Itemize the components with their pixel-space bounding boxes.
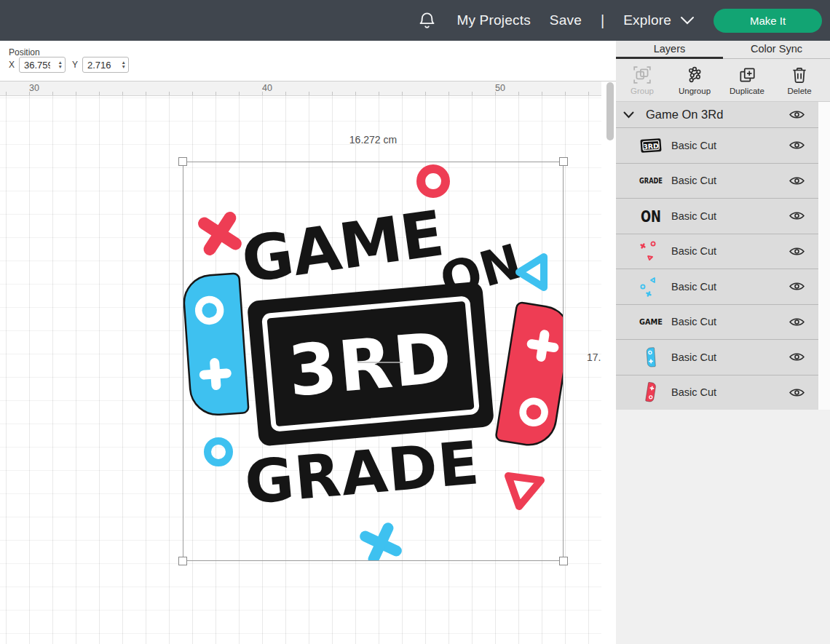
eye-icon[interactable] — [789, 316, 805, 328]
make-it-button[interactable]: Make It — [714, 9, 822, 33]
layer-row-blue-shapes[interactable]: Basic Cut — [616, 269, 818, 304]
selection-handle-top-left[interactable] — [178, 157, 187, 166]
layer-list-scrollbar-track[interactable] — [818, 102, 830, 410]
nav-my-projects[interactable]: My Projects — [456, 12, 530, 28]
selection-handle-bottom-left[interactable] — [178, 557, 187, 565]
position-panel: Position X ▲▼ Y ▲▼ — [0, 41, 616, 82]
delete-icon — [790, 65, 809, 84]
duplicate-icon — [738, 65, 756, 84]
group-button[interactable]: Group — [623, 65, 661, 95]
ruler-tick-30: 30 — [29, 83, 39, 93]
ruler-tick-40: 40 — [262, 83, 272, 93]
eye-icon[interactable] — [789, 108, 805, 121]
layer-row-blue-joycon[interactable]: Basic Cut — [616, 339, 818, 375]
layer-thumbnail-grade-text: GRADE — [638, 170, 664, 191]
selection-bounding-box[interactable] — [183, 162, 564, 561]
ruler-tick-50: 50 — [495, 83, 505, 93]
layer-row-red-shapes[interactable]: Basic Cut — [616, 234, 818, 269]
x-position-input[interactable]: ▲▼ — [19, 57, 66, 73]
nav-save[interactable]: Save — [550, 12, 582, 28]
eye-icon[interactable] — [789, 175, 805, 187]
ungroup-button[interactable]: Ungroup — [676, 65, 714, 95]
eye-icon[interactable] — [789, 386, 805, 399]
top-navbar: My Projects Save | Explore Make It — [0, 0, 830, 41]
layer-thumbnail-on-text: ON — [638, 205, 664, 227]
layer-thumbnail-red-shapes — [638, 240, 664, 262]
chevron-down-icon — [623, 111, 634, 119]
svg-text:3RD: 3RD — [643, 141, 660, 151]
layer-thumbnail-blue-joycon — [638, 346, 664, 368]
ungroup-icon — [685, 65, 704, 84]
canvas-scrollbar-thumb[interactable] — [606, 82, 614, 140]
layer-group-header[interactable]: Game On 3Rd — [616, 102, 818, 127]
panel-tabbar: Layers Color Sync — [616, 41, 830, 59]
tab-layers[interactable]: Layers — [616, 41, 723, 58]
position-title: Position — [9, 47, 40, 57]
layer-thumbnail-game-text: GAME — [638, 311, 664, 333]
group-icon — [633, 65, 652, 84]
x-axis-label: X — [9, 60, 15, 70]
eye-icon[interactable] — [789, 245, 805, 258]
layer-row-3rd[interactable]: 3RD Basic Cut — [616, 127, 818, 163]
layer-thumbnail-blue-shapes — [638, 276, 664, 298]
eye-icon[interactable] — [789, 280, 805, 293]
selection-handle-top-right[interactable] — [559, 157, 568, 166]
nav-explore[interactable]: Explore — [623, 12, 695, 28]
eye-icon[interactable] — [789, 210, 805, 222]
group-title: Game On 3Rd — [646, 108, 723, 122]
notifications-bell-icon[interactable] — [416, 9, 438, 31]
y-stepper[interactable]: ▲▼ — [122, 60, 126, 69]
chevron-down-icon — [680, 16, 695, 25]
svg-text:GAME: GAME — [639, 317, 663, 327]
layer-row-red-joycon[interactable]: Basic Cut — [616, 375, 818, 410]
canvas-scrollbar-track — [601, 82, 616, 644]
x-stepper[interactable]: ▲▼ — [58, 60, 63, 69]
layer-row-game[interactable]: GAME Basic Cut — [616, 304, 818, 340]
design-canvas: Position X ▲▼ Y ▲▼ 30 40 50 16.272 cm 17… — [0, 41, 616, 644]
layers-panel: Layers Color Sync Group Ungroup Duplicat… — [616, 41, 830, 644]
layer-row-on[interactable]: ON Basic Cut — [616, 198, 818, 234]
horizontal-ruler: 30 40 50 — [0, 82, 601, 96]
layer-thumbnail-red-joycon — [638, 381, 664, 403]
nav-divider: | — [601, 12, 604, 29]
layers-toolbar: Group Ungroup Duplicate Delete — [616, 59, 830, 102]
delete-button[interactable]: Delete — [780, 65, 818, 95]
eye-icon[interactable] — [789, 351, 805, 363]
tab-color-sync[interactable]: Color Sync — [723, 41, 830, 58]
y-axis-label: Y — [72, 60, 78, 70]
svg-text:GRADE: GRADE — [639, 177, 663, 185]
y-position-input[interactable]: ▲▼ — [82, 57, 129, 73]
svg-text:ON: ON — [641, 208, 661, 226]
layer-thumbnail-3rd-badge: 3RD — [638, 135, 664, 156]
selection-handle-bottom-right[interactable] — [559, 557, 568, 565]
duplicate-button[interactable]: Duplicate — [728, 65, 766, 95]
eye-icon[interactable] — [789, 139, 805, 151]
selection-width-label: 16.272 cm — [183, 134, 564, 146]
layer-list: Game On 3Rd 3RD Basic Cut — [616, 102, 830, 410]
layer-row-grade[interactable]: GRADE Basic Cut — [616, 163, 818, 199]
